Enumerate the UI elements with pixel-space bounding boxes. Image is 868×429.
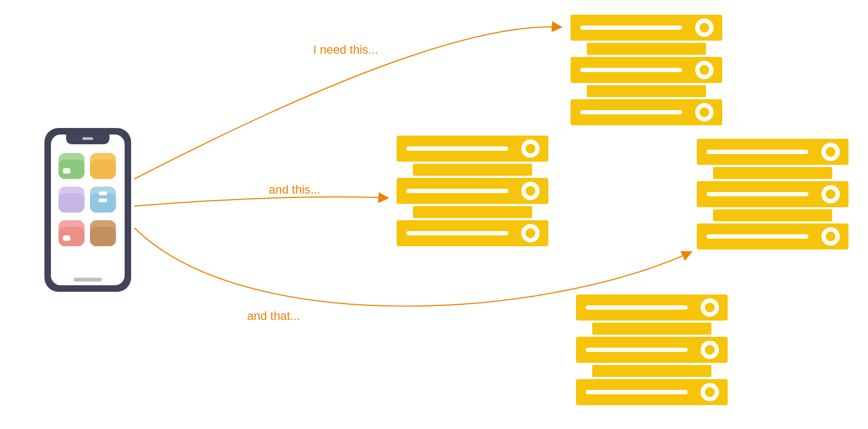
svg-rect-34 — [413, 206, 532, 218]
arrow-label-1: I need this... — [313, 43, 378, 57]
server-stack-icon — [574, 293, 729, 409]
diagram-stage: I need this... and this... and that... — [0, 0, 868, 429]
svg-rect-2 — [82, 137, 93, 140]
arrow-label-2: and this... — [269, 183, 320, 197]
server-stack-icon — [569, 13, 724, 129]
svg-rect-43 — [713, 167, 832, 179]
svg-rect-14 — [99, 199, 107, 202]
svg-rect-8 — [90, 159, 116, 179]
svg-rect-6 — [63, 168, 70, 174]
svg-rect-21 — [587, 43, 706, 55]
svg-rect-16 — [59, 227, 85, 246]
svg-rect-23 — [587, 85, 706, 97]
svg-rect-13 — [99, 191, 107, 195]
svg-rect-32 — [413, 164, 532, 176]
server-stack-icon — [695, 137, 850, 253]
svg-rect-54 — [592, 323, 711, 335]
svg-rect-45 — [713, 209, 832, 221]
svg-rect-56 — [592, 365, 711, 377]
svg-rect-5 — [59, 159, 85, 179]
svg-rect-10 — [59, 193, 85, 213]
arrow-label-3: and that... — [247, 309, 300, 323]
svg-rect-19 — [90, 227, 116, 246]
svg-rect-3 — [74, 278, 102, 281]
server-stack-icon — [395, 134, 550, 250]
svg-rect-17 — [63, 235, 70, 241]
smartphone-icon — [42, 126, 133, 294]
svg-rect-12 — [90, 193, 116, 213]
